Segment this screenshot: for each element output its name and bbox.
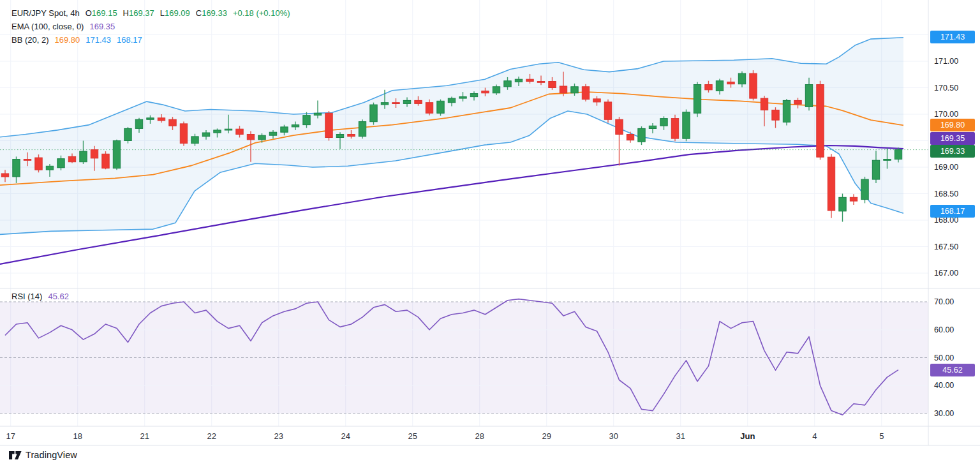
time-axis-label-17: 17 bbox=[6, 431, 15, 441]
ohlc-open-value: 169.15 bbox=[92, 8, 117, 18]
rsi-axis-label: 50.00 bbox=[934, 353, 954, 363]
tradingview-logo-icon bbox=[9, 450, 22, 460]
price-badge-169.80: 169.80 bbox=[930, 119, 975, 131]
time-axis-label-Jun: Jun bbox=[740, 431, 755, 441]
price-axis-label: 171.00 bbox=[934, 56, 958, 66]
legend-ema-row[interactable]: EMA (100, close, 0)169.35 bbox=[11, 20, 290, 33]
price-badge-169.33: 169.33 bbox=[930, 145, 975, 158]
tradingview-watermark[interactable]: TradingView bbox=[9, 450, 77, 460]
ohlc-low-letter: L bbox=[160, 8, 165, 18]
bb-lower-value: 168.17 bbox=[117, 35, 142, 45]
time-axis-label-23: 23 bbox=[274, 431, 283, 441]
chart-canvas[interactable] bbox=[0, 0, 980, 469]
time-axis-label-5: 5 bbox=[879, 431, 884, 441]
ema-label: EMA (100, close, 0) bbox=[11, 22, 84, 31]
symbol-title: EUR/JPY Spot, 4h bbox=[11, 8, 80, 18]
rsi-axis-label: 30.00 bbox=[934, 408, 954, 419]
price-badge-168.17: 168.17 bbox=[930, 205, 975, 218]
ema-value: 169.35 bbox=[89, 22, 115, 31]
tradingview-logo-text: TradingView bbox=[26, 450, 77, 460]
time-axis-label-30: 30 bbox=[609, 431, 618, 441]
rsi-legend-row[interactable]: RSI (14)45.62 bbox=[11, 292, 69, 301]
time-axis-label-31: 31 bbox=[676, 431, 685, 441]
rsi-axis-label: 60.00 bbox=[934, 325, 954, 335]
price-badge-171.43: 171.43 bbox=[930, 31, 975, 43]
time-axis-label-4: 4 bbox=[812, 431, 817, 441]
rsi-axis-label: 40.00 bbox=[934, 380, 954, 391]
ohlc-high-value: 169.37 bbox=[129, 8, 154, 18]
time-axis[interactable]: 1718212223242528293031Jun45 bbox=[0, 427, 928, 445]
legend-bb-row[interactable]: BB (20, 2)169.80171.43168.17 bbox=[11, 33, 290, 47]
time-axis-label-18: 18 bbox=[73, 431, 82, 441]
price-change: +0.18 (+0.10%) bbox=[233, 8, 290, 18]
price-badge-169.35: 169.35 bbox=[930, 132, 975, 145]
ohlc-high-letter: H bbox=[123, 8, 129, 18]
price-axis-label: 167.50 bbox=[934, 242, 958, 252]
time-axis-label-24: 24 bbox=[341, 431, 350, 441]
bb-upper-value: 171.43 bbox=[85, 35, 111, 45]
bb-basis-value: 169.80 bbox=[55, 35, 80, 45]
rsi-value: 45.62 bbox=[48, 292, 69, 301]
time-axis-label-21: 21 bbox=[140, 431, 149, 441]
legend-symbol-row[interactable]: EUR/JPY Spot, 4hO169.15H169.37L169.09C16… bbox=[11, 6, 290, 20]
price-axis-label: 168.50 bbox=[934, 189, 958, 199]
price-axis-label: 167.00 bbox=[934, 268, 958, 278]
ohlc-close-letter: C bbox=[196, 8, 202, 18]
price-axis-label: 170.00 bbox=[934, 109, 958, 119]
time-axis-label-22: 22 bbox=[207, 431, 216, 441]
price-axis-label: 170.50 bbox=[934, 83, 958, 93]
rsi-value-badge: 45.62 bbox=[930, 364, 975, 376]
price-axis[interactable]: 171.50171.00170.50170.00169.00168.50168.… bbox=[928, 0, 980, 445]
time-axis-label-29: 29 bbox=[542, 431, 551, 441]
bb-label: BB (20, 2) bbox=[11, 35, 49, 45]
rsi-axis-label: 70.00 bbox=[934, 297, 954, 307]
ohlc-low-value: 169.09 bbox=[165, 8, 190, 18]
chart-plot[interactable] bbox=[0, 0, 980, 469]
rsi-label: RSI (14) bbox=[11, 292, 42, 301]
legend: EUR/JPY Spot, 4hO169.15H169.37L169.09C16… bbox=[11, 6, 290, 47]
tradingview-chart-window: EUR/JPY Spot, 4hO169.15H169.37L169.09C16… bbox=[0, 0, 980, 469]
ohlc-open-letter: O bbox=[85, 8, 92, 18]
time-axis-label-28: 28 bbox=[475, 431, 484, 441]
ohlc-close-value: 169.33 bbox=[202, 8, 227, 18]
time-axis-label-25: 25 bbox=[408, 431, 417, 441]
price-axis-label: 169.00 bbox=[934, 162, 958, 172]
